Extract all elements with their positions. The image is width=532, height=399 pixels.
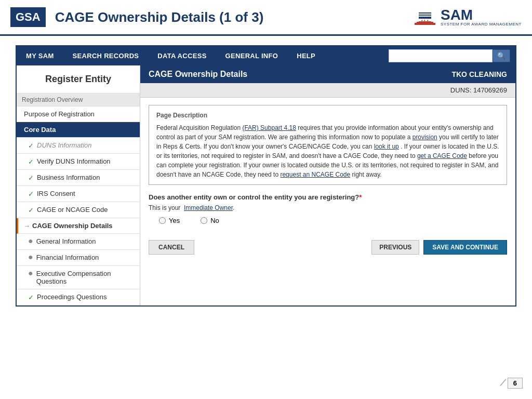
dot-icon-financial: ● xyxy=(28,252,33,262)
svg-text:★ ★ ★: ★ ★ ★ xyxy=(421,19,429,22)
request-ncage-link[interactable]: request an NCAGE Code xyxy=(280,171,350,178)
app-container: MY SAM SEARCH RECORDS DATA ACCESS GENERA… xyxy=(16,45,516,307)
main-content: CAGE Ownership Details TKO CLEANING DUNS… xyxy=(140,65,515,305)
page-title: CAGE Ownership Details (1 of 3) xyxy=(55,9,413,25)
main-content-header: CAGE Ownership Details TKO CLEANING xyxy=(140,65,515,83)
sidebar-item-financial-info[interactable]: ● Financial Information xyxy=(17,250,140,266)
save-continue-button[interactable]: SAVE AND CONTINUE xyxy=(423,240,507,255)
sidebar-item-cage-ncage[interactable]: ✓ CAGE or NCAGE Code xyxy=(17,202,140,218)
question-area: Does another entity own or control the e… xyxy=(149,193,507,224)
entity-name: TKO CLEANING xyxy=(451,70,507,78)
search-input[interactable] xyxy=(389,49,493,62)
check-icon-verify-duns: ✓ xyxy=(28,158,34,166)
sidebar-title: Register Entity xyxy=(17,65,140,94)
svg-rect-6 xyxy=(419,14,431,15)
sam-logo-text: SAM SYSTEM FOR AWARD MANAGEMENT xyxy=(441,8,522,26)
previous-button[interactable]: PREVIOUS xyxy=(371,240,419,255)
immediate-owner-link[interactable]: Immediate Owner xyxy=(184,204,233,211)
page-description-box: Page Description Federal Acquisition Reg… xyxy=(149,105,507,185)
nav-my-sam[interactable]: MY SAM xyxy=(17,47,63,65)
sidebar-item-business-info[interactable]: ✓ Business Information xyxy=(17,170,140,186)
svg-rect-2 xyxy=(415,23,435,25)
nav-general-info[interactable]: GENERAL INFO xyxy=(216,47,288,65)
page-desc-text: Federal Acquisition Regulation (FAR) Sub… xyxy=(156,123,499,179)
dot-icon-exec: ● xyxy=(28,269,33,278)
nav-search-area: 🔍 xyxy=(383,46,515,65)
sidebar-item-exec-comp[interactable]: ● Executive Compensation Questions xyxy=(17,266,140,289)
sam-logo: ★ ★ ★ SAM SYSTEM FOR AWARD MANAGEMENT xyxy=(413,5,522,29)
sidebar-item-verify-duns[interactable]: ✓ Verify DUNS Information xyxy=(17,154,140,170)
radio-yes[interactable] xyxy=(159,217,166,224)
sidebar-section-registration-overview[interactable]: Registration Overview xyxy=(17,94,140,107)
cancel-button[interactable]: CANCEL xyxy=(149,240,194,255)
check-icon-irs: ✓ xyxy=(28,190,34,198)
sidebar-item-core-data[interactable]: Core Data xyxy=(17,122,140,138)
button-bar: CANCEL PREVIOUS SAVE AND CONTINUE xyxy=(149,240,507,255)
get-cage-code-link[interactable]: get a CAGE Code xyxy=(417,152,467,159)
radio-no-option[interactable]: No xyxy=(201,217,219,224)
slash-divider: / xyxy=(498,376,507,390)
sidebar-item-purpose[interactable]: Purpose of Registration xyxy=(17,107,140,122)
required-marker: * xyxy=(359,193,362,201)
question-note: This is your Immediate Owner. xyxy=(149,204,507,211)
provision-link[interactable]: provision xyxy=(413,134,437,141)
nav-search-records[interactable]: SEARCH RECORDS xyxy=(63,47,149,65)
duns-display: DUNS: 147069269 xyxy=(140,83,515,98)
nav-help[interactable]: HELP xyxy=(287,47,325,65)
check-icon-business: ✓ xyxy=(28,174,34,182)
check-icon-proceedings: ✓ xyxy=(28,294,34,301)
sidebar-item-proceedings[interactable]: ✓ Proceedings Questions xyxy=(17,289,140,305)
sidebar: Register Entity Registration Overview Pu… xyxy=(17,65,140,305)
search-button[interactable]: 🔍 xyxy=(493,49,510,62)
content-area: Register Entity Registration Overview Pu… xyxy=(17,65,515,305)
sidebar-item-irs-consent[interactable]: ✓ IRS Consent xyxy=(17,186,140,202)
sidebar-item-cage-ownership[interactable]: → CAGE Ownership Details xyxy=(17,218,140,234)
nav-data-access[interactable]: DATA ACCESS xyxy=(148,47,216,65)
sidebar-item-duns-info[interactable]: ✓ DUNS Information xyxy=(17,138,140,154)
gsa-logo: GSA xyxy=(10,7,46,27)
radio-yes-option[interactable]: Yes xyxy=(159,217,180,224)
question-text: Does another entity own or control the e… xyxy=(149,193,507,201)
page-number-area: / 6 xyxy=(501,376,523,390)
page-desc-label: Page Description xyxy=(156,111,499,120)
page-number: 6 xyxy=(508,378,523,389)
far-link[interactable]: (FAR) Subpart 4.18 xyxy=(242,124,296,131)
svg-rect-7 xyxy=(419,16,431,17)
sam-hat-icon: ★ ★ ★ xyxy=(413,5,437,29)
check-icon-cage-ncage: ✓ xyxy=(28,206,34,214)
radio-no[interactable] xyxy=(201,217,207,224)
look-it-up-link[interactable]: look it up xyxy=(374,143,399,150)
arrow-icon: → xyxy=(23,222,30,230)
sidebar-item-general-info[interactable]: ● General Information xyxy=(17,234,140,250)
radio-group: Yes No xyxy=(159,217,507,224)
nav-bar: MY SAM SEARCH RECORDS DATA ACCESS GENERA… xyxy=(17,46,515,65)
page-header: GSA CAGE Ownership Details (1 of 3) ★ ★ … xyxy=(0,0,532,36)
dot-icon-general: ● xyxy=(28,236,33,246)
main-header-title: CAGE Ownership Details xyxy=(149,70,247,79)
check-icon-duns: ✓ xyxy=(28,142,34,150)
nav-buttons: PREVIOUS SAVE AND CONTINUE xyxy=(371,240,507,255)
